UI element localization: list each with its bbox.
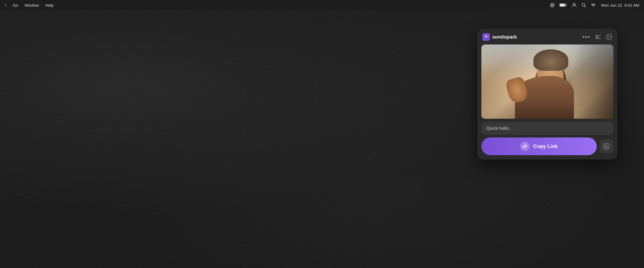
svg-point-0: [550, 3, 554, 7]
link-icon: [520, 142, 529, 151]
svg-point-14: [606, 34, 612, 40]
svg-line-7: [584, 6, 586, 7]
copy-link-button[interactable]: Copy Link: [481, 137, 597, 155]
menubar-left:  Go Window Help: [5, 3, 54, 8]
message-text: Quick hello…: [486, 126, 513, 131]
menubar-right: Mon Jun 22 9:41 AM: [550, 3, 639, 8]
svg-point-16: [605, 145, 606, 146]
desktop-background: sendspark •••: [0, 10, 644, 268]
battery-icon: [559, 3, 567, 7]
widget-logo: sendspark: [482, 33, 583, 41]
copy-link-label: Copy Link: [533, 143, 558, 149]
focus-icon: [550, 3, 555, 8]
user-icon: [572, 3, 577, 8]
video-thumbnail[interactable]: [481, 44, 613, 119]
menubar-go[interactable]: Go: [13, 3, 18, 8]
search-icon: [581, 3, 586, 8]
svg-line-12: [598, 35, 601, 36]
widget-controls[interactable]: •••: [583, 34, 612, 40]
svg-line-13: [598, 38, 601, 39]
sendspark-logo-icon: [482, 33, 490, 41]
video-preview: [481, 44, 613, 119]
message-area: Quick hello…: [481, 122, 613, 135]
menubar-help[interactable]: Help: [45, 3, 54, 8]
edit-button[interactable]: [599, 139, 613, 153]
menubar:  Go Window Help: [0, 0, 644, 10]
wifi-icon: [591, 3, 596, 7]
logo-text: sendspark: [492, 34, 517, 40]
widget-actions: Copy Link: [478, 137, 617, 159]
check-circle-icon[interactable]: [606, 34, 612, 40]
svg-point-1: [551, 4, 553, 6]
menubar-window[interactable]: Window: [25, 3, 39, 8]
menubar-datetime: Mon Jun 22 9:41 AM: [601, 3, 639, 8]
sendspark-widget: sendspark •••: [478, 29, 617, 159]
svg-point-11: [596, 37, 598, 39]
menubar-apple[interactable]: : [5, 3, 6, 8]
more-button[interactable]: •••: [583, 34, 590, 40]
svg-rect-15: [604, 144, 609, 149]
widget-header: sendspark •••: [478, 29, 617, 44]
scissors-icon[interactable]: [595, 34, 601, 40]
svg-rect-3: [560, 4, 565, 6]
person-hat: [533, 49, 568, 71]
svg-point-10: [596, 35, 598, 37]
svg-rect-4: [566, 5, 567, 6]
svg-point-8: [593, 6, 594, 7]
